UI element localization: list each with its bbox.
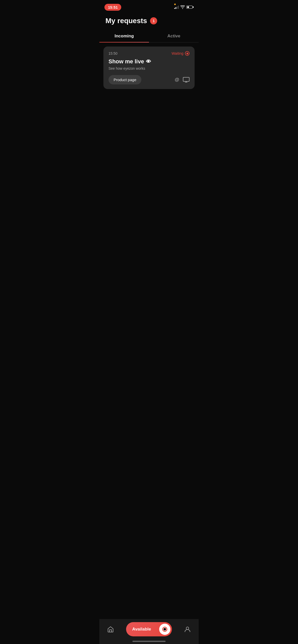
signal-bar-4 <box>178 6 179 9</box>
card-footer: Product page @ <box>109 75 189 84</box>
waiting-label: Waiting <box>172 51 183 55</box>
page-title: My requests <box>105 17 147 25</box>
card-header: 15:50 Waiting <box>109 51 189 56</box>
product-page-button[interactable]: Product page <box>109 75 141 84</box>
card-title: Show me live 👁 <box>109 58 189 65</box>
tab-active[interactable]: Active <box>149 30 199 42</box>
status-icons <box>174 5 194 9</box>
battery-body <box>186 6 193 9</box>
battery-icon <box>186 6 194 9</box>
content-area: 15:50 Waiting Show me live 👁 See how eye… <box>99 42 199 93</box>
signal-bar-1 <box>174 8 175 9</box>
signal-dot-indicator <box>174 4 176 5</box>
status-bar: 15:51 <box>99 0 199 13</box>
card-time: 15:50 <box>109 51 117 55</box>
waiting-eye-icon <box>185 51 189 56</box>
eye-emoji: 👁 <box>146 59 151 65</box>
at-icon: @ <box>175 77 179 82</box>
svg-rect-0 <box>183 77 189 81</box>
screen-share-icon <box>183 77 189 83</box>
tab-incoming[interactable]: Incoming <box>99 30 149 42</box>
battery-fill <box>187 6 189 8</box>
tabs-container: Incoming Active <box>99 30 199 42</box>
card-description: See how eyezon works <box>109 66 189 70</box>
card-actions: @ <box>175 77 189 83</box>
header: My requests 1 <box>99 13 199 25</box>
waiting-status: Waiting <box>172 51 189 56</box>
signal-bars-icon <box>174 5 179 9</box>
card-title-text: Show me live <box>109 58 144 65</box>
notification-badge: 1 <box>150 17 157 24</box>
signal-bar-3 <box>177 6 178 9</box>
request-card: 15:50 Waiting Show me live 👁 See how eye… <box>103 47 195 89</box>
signal-bar-2 <box>175 7 176 9</box>
wifi-icon <box>180 5 185 9</box>
status-time: 15:51 <box>104 4 121 11</box>
battery-tip <box>193 6 194 8</box>
